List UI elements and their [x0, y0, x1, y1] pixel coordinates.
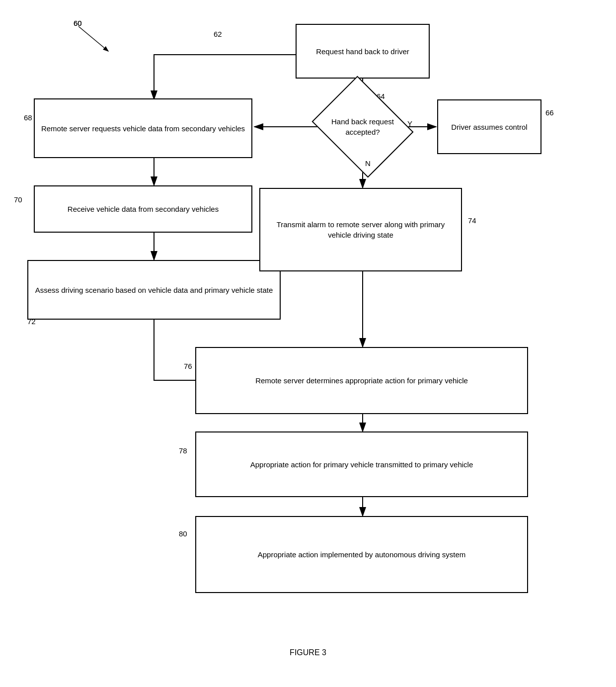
label-76: 76 — [184, 362, 192, 370]
box-request-handback: Request hand back to driver — [296, 24, 430, 79]
label-62: 62 — [214, 30, 222, 38]
box-action-implemented: Appropriate action implemented by autono… — [195, 516, 528, 593]
box-transmit-alarm: Transmit alarm to remote server along wi… — [259, 188, 462, 271]
label-70: 70 — [14, 195, 22, 204]
box-remote-requests-data: Remote server requests vehicle data from… — [34, 98, 252, 158]
box-remote-determines-action: Remote server determines appropriate act… — [195, 347, 528, 414]
diamond-handback-accepted: Hand back request accepted? — [322, 93, 403, 160]
label-no: N — [365, 159, 371, 168]
label-yes: Y — [407, 119, 412, 128]
label-74: 74 — [468, 216, 476, 225]
box-assess-driving-scenario: Assess driving scenario based on vehicle… — [27, 260, 281, 320]
label-68: 68 — [24, 113, 32, 122]
box-driver-assumes-control: Driver assumes control — [437, 99, 541, 154]
label-66: 66 — [545, 108, 554, 117]
svg-line-10 — [78, 26, 108, 51]
label-60-arrow — [74, 24, 113, 54]
label-80: 80 — [179, 529, 187, 538]
figure-caption: FIGURE 3 — [290, 648, 326, 657]
flowchart-diagram: 60 60 62 Request hand back to driver 64 … — [0, 0, 616, 687]
box-receive-vehicle-data: Receive vehicle data from secondary vehi… — [34, 185, 252, 233]
box-action-transmitted: Appropriate action for primary vehicle t… — [195, 431, 528, 497]
label-78: 78 — [179, 446, 187, 455]
